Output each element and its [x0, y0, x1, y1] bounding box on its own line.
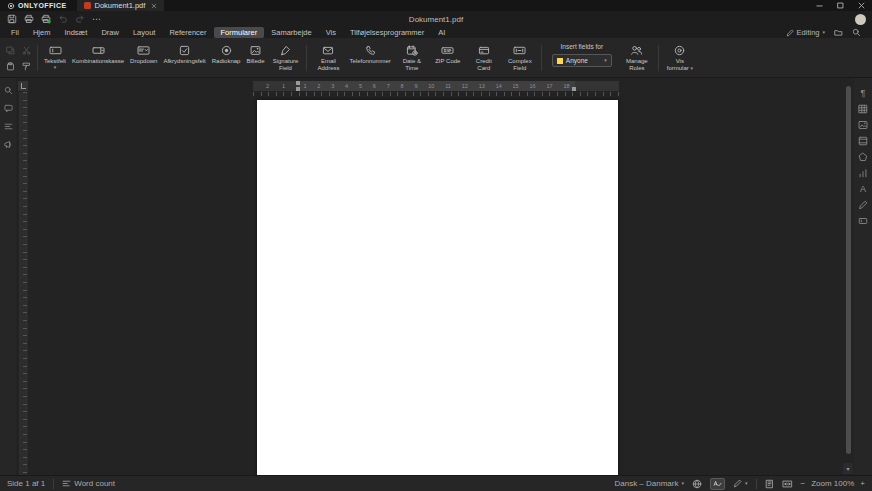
menu-tab[interactable]: Indsæt	[57, 27, 94, 38]
minimize-button[interactable]	[809, 0, 830, 11]
email-address-button[interactable]: Email Address	[310, 40, 346, 76]
clipboard-group	[2, 40, 34, 76]
phone-number-button[interactable]: Telefonnummer	[346, 40, 393, 76]
radio-button-field-button[interactable]: Radioknap	[209, 40, 244, 76]
search-button[interactable]	[852, 28, 861, 37]
spellcheck-toggle[interactable]	[710, 478, 725, 490]
close-button[interactable]	[851, 0, 872, 11]
complex-field-button[interactable]: Complex Field	[502, 40, 538, 76]
menu-tab[interactable]: Vis	[319, 27, 343, 38]
track-changes-icon	[733, 479, 742, 488]
chart-settings-icon[interactable]	[858, 168, 868, 178]
search-panel-icon[interactable]	[4, 86, 13, 95]
cut-icon[interactable]	[22, 46, 31, 55]
ribbon-separator	[658, 45, 659, 71]
paste-icon[interactable]	[6, 62, 15, 71]
ruler-number: 3	[331, 83, 334, 89]
quick-print-button[interactable]	[41, 14, 51, 24]
date-time-button[interactable]: Date & Time	[394, 40, 430, 76]
avatar[interactable]	[855, 14, 866, 25]
undo-button[interactable]	[58, 14, 68, 24]
menu-tab[interactable]: Hjem	[26, 27, 58, 38]
paragraph-settings-icon[interactable]: ¶	[861, 88, 866, 98]
image-field-button[interactable]: Billede	[243, 40, 267, 76]
page-indicator[interactable]: Side 1 af 1	[7, 479, 45, 488]
set-language-button[interactable]	[692, 479, 702, 489]
role-value: Anyone	[566, 57, 588, 64]
menu-tab[interactable]: Fil	[4, 27, 26, 38]
menu-tab[interactable]: Formularer	[214, 27, 265, 38]
ribbon-separator	[541, 45, 542, 71]
word-count-button[interactable]: Word count	[62, 479, 115, 488]
redo-button[interactable]	[75, 14, 85, 24]
print-button[interactable]	[24, 14, 34, 24]
right-indent-marker[interactable]	[572, 87, 576, 91]
document-tab[interactable]: Dokument1.pdf	[77, 0, 164, 11]
checkbox-field-button[interactable]: Afkrydsningsfelt	[160, 40, 208, 76]
document-page[interactable]	[257, 100, 618, 475]
pdf-file-icon	[84, 2, 91, 9]
app-menu-button[interactable]: ONLYOFFICE	[0, 2, 73, 10]
fit-page-button[interactable]	[765, 479, 774, 489]
menu-tab[interactable]: Draw	[94, 27, 126, 38]
signature-settings-icon[interactable]	[858, 200, 868, 210]
menu-tab[interactable]: Layout	[126, 27, 163, 38]
tab-close-icon[interactable]	[151, 3, 157, 9]
chevron-down-icon: ▾	[604, 58, 607, 63]
copy-icon[interactable]	[6, 46, 15, 55]
fit-width-button[interactable]	[782, 479, 793, 489]
form-settings-icon[interactable]	[858, 216, 868, 226]
textart-settings-icon[interactable]: A	[860, 184, 866, 194]
text-field-button[interactable]: Tekstfelt ▾	[41, 40, 69, 76]
statusbar-right: Dansk – Danmark ▾ ▾ − Zoom 100% +	[614, 478, 865, 490]
shape-settings-icon[interactable]	[858, 152, 868, 162]
document-tab-label: Dokument1.pdf	[94, 1, 145, 10]
menu-tab[interactable]: Referencer	[162, 27, 213, 38]
dropdown-field-button[interactable]: Dropdown	[127, 40, 160, 76]
credit-card-button[interactable]: Credit Card	[466, 40, 502, 76]
table-settings-icon[interactable]	[858, 104, 868, 114]
role-select[interactable]: Anyone ▾	[552, 54, 612, 67]
chevron-down-icon: ▾	[822, 30, 825, 35]
format-painter-icon[interactable]	[22, 62, 31, 71]
menu-tab[interactable]: AI	[431, 27, 452, 38]
radio-button-icon	[221, 43, 232, 56]
insert-fields-for-group: Insert fields for Anyone ▾	[545, 40, 619, 76]
zoom-level[interactable]: Zoom 100%	[811, 479, 854, 488]
zoom-out-button[interactable]: −	[801, 479, 806, 488]
manage-roles-button[interactable]: Manage Roles	[619, 40, 655, 76]
headerfooter-settings-icon[interactable]	[858, 136, 868, 146]
document-tabs-bar: ONLYOFFICE Dokument1.pdf	[0, 0, 872, 11]
zoom-in-button[interactable]: +	[860, 479, 865, 488]
scroll-down-button[interactable]: ▾	[843, 463, 853, 474]
editing-mode-button[interactable]: Editing ▾	[786, 28, 825, 37]
comments-panel-icon[interactable]	[4, 104, 13, 113]
more-actions-button[interactable]: ⋯	[92, 16, 101, 22]
first-line-indent-marker[interactable]	[296, 81, 300, 85]
open-file-location-button[interactable]	[834, 28, 843, 37]
maximize-button[interactable]	[830, 0, 851, 11]
navigation-panel-icon[interactable]	[4, 122, 13, 131]
language-selector[interactable]: Dansk – Danmark ▾	[614, 479, 684, 488]
vertical-scrollbar-thumb[interactable]	[846, 86, 851, 454]
ruler-number: 1	[282, 83, 285, 89]
image-settings-icon[interactable]	[858, 120, 868, 130]
track-changes-button[interactable]: ▾	[733, 479, 748, 488]
combo-box-button[interactable]: Kombinationskasse	[69, 40, 127, 76]
menu-tab[interactable]: Samarbejde	[264, 27, 318, 38]
zip-code-button[interactable]: ZIP Code	[430, 40, 466, 76]
document-workspace: 21 123456789101112131415161718 ▾ ¶ A	[0, 78, 872, 475]
ruler-number: 5	[359, 83, 362, 89]
save-button[interactable]	[7, 14, 17, 24]
menu-tab[interactable]: Tilføjelsesprogrammer	[343, 27, 431, 38]
complex-field-icon	[513, 43, 526, 56]
ruler-numbers: 123456789101112131415161718	[298, 81, 575, 91]
menu-tabs: FilHjemIndsætDrawLayoutReferencerFormula…	[4, 27, 452, 38]
feedback-icon[interactable]	[4, 140, 13, 149]
left-indent-marker[interactable]	[296, 87, 300, 91]
chevron-down-icon: ▾	[690, 65, 693, 71]
view-form-button[interactable]: Vis formular ▾	[662, 40, 698, 76]
signature-field-button[interactable]: Signature Field	[267, 40, 303, 76]
tab-stop-selector[interactable]	[18, 81, 28, 91]
vertical-ruler	[19, 92, 28, 475]
